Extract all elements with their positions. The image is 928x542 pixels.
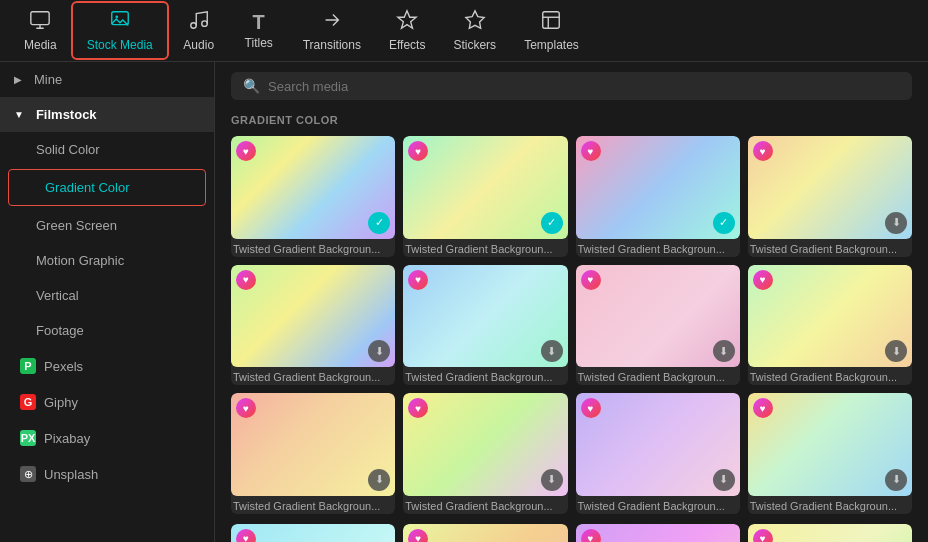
nav-stickers[interactable]: Stickers [439, 3, 510, 58]
grid-item-10[interactable]: ♥⬇Twisted Gradient Backgroun... [403, 393, 567, 514]
grid-item-1[interactable]: ♥✓Twisted Gradient Backgroun... [231, 136, 395, 257]
top-nav: Media Stock Media Audio T Titles [0, 0, 928, 62]
sidebar-item-mine[interactable]: ▶ Mine [0, 62, 214, 97]
item-label: Twisted Gradient Backgroun... [403, 496, 567, 514]
download-badge[interactable]: ⬇ [713, 469, 735, 491]
item-label: Twisted Gradient Backgroun... [403, 367, 567, 385]
heart-badge[interactable]: ♥ [753, 529, 773, 542]
sidebar-item-pexels[interactable]: P Pexels [0, 348, 214, 384]
grid-item-4[interactable]: ♥⬇Twisted Gradient Backgroun... [748, 136, 912, 257]
media-grid-partial: ♥⬇Twisted Gradient Backgroun...♥⬇Twisted… [231, 524, 912, 542]
audio-icon [188, 9, 210, 34]
item-label: Twisted Gradient Backgroun... [231, 239, 395, 257]
svg-rect-0 [31, 12, 49, 25]
item-label: Twisted Gradient Backgroun... [576, 239, 740, 257]
nav-stock-media[interactable]: Stock Media [71, 1, 169, 60]
unsplash-icon: ⊕ [20, 466, 36, 482]
grid-item-6[interactable]: ♥⬇Twisted Gradient Backgroun... [403, 265, 567, 386]
sidebar-item-gradient-color[interactable]: Gradient Color [8, 169, 206, 206]
grid-item-2[interactable]: ♥✓Twisted Gradient Backgroun... [403, 136, 567, 257]
effects-icon [396, 9, 418, 34]
heart-badge[interactable]: ♥ [236, 141, 256, 161]
heart-badge[interactable]: ♥ [408, 270, 428, 290]
svg-point-4 [201, 21, 207, 26]
grid-item-3[interactable]: ♥✓Twisted Gradient Backgroun... [576, 136, 740, 257]
grid-item-12[interactable]: ♥⬇Twisted Gradient Backgroun... [748, 393, 912, 514]
heart-badge[interactable]: ♥ [753, 270, 773, 290]
item-label: Twisted Gradient Backgroun... [403, 239, 567, 257]
pixabay-icon: PX [20, 430, 36, 446]
item-label: Twisted Gradient Backgroun... [231, 496, 395, 514]
download-badge[interactable]: ⬇ [885, 340, 907, 362]
search-icon: 🔍 [243, 78, 260, 94]
sidebar: ▶ Mine ▼ Filmstock Solid Color Gradient … [0, 62, 215, 542]
item-label: Twisted Gradient Backgroun... [231, 367, 395, 385]
heart-badge[interactable]: ♥ [236, 270, 256, 290]
nav-transitions[interactable]: Transitions [289, 3, 375, 58]
heart-badge[interactable]: ♥ [581, 270, 601, 290]
heart-badge[interactable]: ♥ [408, 398, 428, 418]
grid-item-7[interactable]: ♥⬇Twisted Gradient Backgroun... [576, 265, 740, 386]
stock-media-icon [109, 9, 131, 34]
content-area: 🔍 GRADIENT COLOR ♥✓Twisted Gradient Back… [215, 62, 928, 542]
check-badge[interactable]: ✓ [368, 212, 390, 234]
transitions-icon [321, 9, 343, 34]
heart-badge[interactable]: ♥ [753, 141, 773, 161]
grid-item-5[interactable]: ♥⬇Twisted Gradient Backgroun... [231, 265, 395, 386]
sidebar-item-vertical[interactable]: Vertical [0, 278, 214, 313]
download-badge[interactable]: ⬇ [713, 340, 735, 362]
main-layout: ▶ Mine ▼ Filmstock Solid Color Gradient … [0, 62, 928, 542]
heart-badge[interactable]: ♥ [236, 398, 256, 418]
grid-item-9[interactable]: ♥⬇Twisted Gradient Backgroun... [231, 393, 395, 514]
sidebar-item-motion-graphic[interactable]: Motion Graphic [0, 243, 214, 278]
grid-item-11[interactable]: ♥⬇Twisted Gradient Backgroun... [576, 393, 740, 514]
heart-badge[interactable]: ♥ [236, 529, 256, 542]
heart-badge[interactable]: ♥ [408, 529, 428, 542]
download-badge[interactable]: ⬇ [885, 212, 907, 234]
search-input[interactable] [268, 79, 900, 94]
heart-badge[interactable]: ♥ [581, 141, 601, 161]
heart-badge[interactable]: ♥ [753, 398, 773, 418]
heart-badge[interactable]: ♥ [581, 398, 601, 418]
section-label: GRADIENT COLOR [231, 114, 912, 126]
svg-marker-6 [466, 11, 484, 28]
sidebar-item-footage[interactable]: Footage [0, 313, 214, 348]
sidebar-item-green-screen[interactable]: Green Screen [0, 208, 214, 243]
nav-audio[interactable]: Audio [169, 3, 229, 58]
media-icon [29, 9, 51, 34]
grid-item-13[interactable]: ♥⬇Twisted Gradient Backgroun... [231, 524, 395, 542]
chevron-down-icon: ▼ [14, 109, 24, 120]
download-badge[interactable]: ⬇ [368, 340, 390, 362]
item-label: Twisted Gradient Backgroun... [748, 496, 912, 514]
nav-titles[interactable]: T Titles [229, 6, 289, 56]
grid-item-14[interactable]: ♥⬇Twisted Gradient Backgroun... [403, 524, 567, 542]
grid-item-16[interactable]: ♥⬇Twisted Gradient Backgroun... [748, 524, 912, 542]
sidebar-item-solid-color[interactable]: Solid Color [0, 132, 214, 167]
download-badge[interactable]: ⬇ [541, 340, 563, 362]
download-badge[interactable]: ⬇ [885, 469, 907, 491]
templates-icon [540, 9, 562, 34]
check-badge[interactable]: ✓ [541, 212, 563, 234]
heart-badge[interactable]: ♥ [581, 529, 601, 542]
download-badge[interactable]: ⬇ [541, 469, 563, 491]
sidebar-item-unsplash[interactable]: ⊕ Unsplash [0, 456, 214, 492]
grid-item-8[interactable]: ♥⬇Twisted Gradient Backgroun... [748, 265, 912, 386]
search-bar[interactable]: 🔍 [231, 72, 912, 100]
titles-icon: T [253, 12, 265, 32]
nav-effects[interactable]: Effects [375, 3, 439, 58]
chevron-right-icon: ▶ [14, 74, 22, 85]
check-badge[interactable]: ✓ [713, 212, 735, 234]
nav-media[interactable]: Media [10, 3, 71, 58]
nav-templates[interactable]: Templates [510, 3, 593, 58]
grid-item-15[interactable]: ♥⬇Twisted Gradient Backgroun... [576, 524, 740, 542]
svg-rect-7 [543, 12, 560, 29]
heart-badge[interactable]: ♥ [408, 141, 428, 161]
item-label: Twisted Gradient Backgroun... [576, 496, 740, 514]
sidebar-item-pixabay[interactable]: PX Pixabay [0, 420, 214, 456]
sidebar-filmstock-header[interactable]: ▼ Filmstock [0, 97, 214, 132]
sidebar-item-giphy[interactable]: G Giphy [0, 384, 214, 420]
item-label: Twisted Gradient Backgroun... [748, 367, 912, 385]
pexels-icon: P [20, 358, 36, 374]
item-label: Twisted Gradient Backgroun... [576, 367, 740, 385]
download-badge[interactable]: ⬇ [368, 469, 390, 491]
